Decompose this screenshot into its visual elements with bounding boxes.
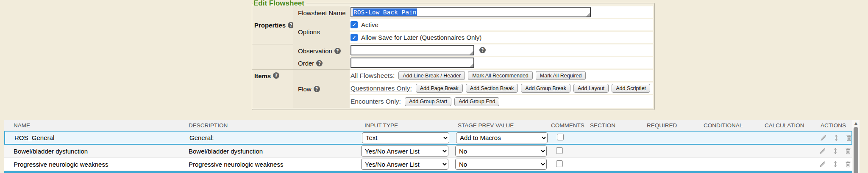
stage-prev-value-cell: Add to Macros (455, 132, 549, 143)
column-header-stage-prev-value: STAGE PREV VALUE (454, 122, 548, 129)
column-header-conditional: CONDITIONAL (701, 122, 764, 129)
column-header-section: SECTION (586, 122, 642, 129)
resize-grip-icon[interactable] (470, 51, 473, 55)
comments-checkbox[interactable] (556, 147, 563, 154)
comments-cell (549, 134, 587, 142)
flow-group-questionnaires-only: Questionnaires Only:Add Page BreakAdd Se… (350, 82, 653, 95)
flowsheet-form: Properties ? Items ? Flowsheet Name Opti… (252, 6, 653, 108)
item-description-cell: General: (189, 134, 361, 141)
active-checkbox[interactable]: ✓ (351, 21, 358, 28)
flow-group-label: Questionnaires Only: (351, 85, 412, 92)
resize-grip-icon[interactable] (470, 63, 473, 67)
item-description-cell: Bowel/bladder dysfunction (189, 148, 360, 155)
stage-prev-value-select[interactable]: Add to Macros (456, 132, 548, 143)
column-header-comments: COMMENTS (548, 122, 586, 129)
comments-cell (548, 160, 586, 168)
input-type-select[interactable]: Text (362, 132, 449, 143)
input-type-cell: Yes/No Answer List (360, 159, 454, 170)
table-row[interactable]: ROS_GeneralGeneral:TextAdd to Macros (4, 131, 852, 145)
help-icon[interactable]: ? (334, 48, 341, 54)
item-name-cell: Progressive neurologic weakness (4, 161, 189, 168)
table-row[interactable]: Bowel/bladder dysfunctionBowel/bladder d… (4, 145, 852, 158)
add-group-start-button[interactable]: Add Group Start (405, 97, 451, 106)
stage-prev-value-select[interactable]: No (455, 159, 547, 170)
stage-prev-value-cell: No (454, 159, 548, 170)
label-column-spacer (252, 44, 293, 70)
properties-section-label: Properties ? (252, 6, 293, 44)
help-icon[interactable]: ? (314, 86, 320, 92)
checkbox-label: Active (361, 21, 378, 28)
edit-pencil-icon[interactable] (819, 147, 826, 155)
order-input[interactable] (351, 58, 474, 68)
item-name-cell: Bowel/bladder dysfunction (4, 148, 189, 155)
flowsheet-name-label: Flowsheet Name (293, 6, 350, 19)
column-header-name: NAME (4, 122, 189, 129)
flow-label: Flow ? (293, 82, 350, 95)
flowsheet-items-table: NAMEDESCRIPTIONINPUT TYPESTAGE PREV VALU… (4, 120, 860, 173)
column-header-actions: ACTIONS (819, 122, 852, 129)
scrollbar-thumb[interactable] (854, 127, 858, 173)
actions-cell (819, 160, 854, 168)
add-scriptlet-button[interactable]: Add Scriptlet (612, 84, 650, 93)
actions-cell (819, 147, 854, 155)
add-layout-button[interactable]: Add Layout (573, 84, 609, 93)
resize-grip-icon[interactable] (586, 13, 590, 16)
options-label: Options (293, 19, 350, 44)
edit-pencil-icon[interactable] (820, 134, 827, 142)
order-label: Order ? (293, 57, 350, 70)
add-line-break-header-button[interactable]: Add Line Break / Header (398, 71, 465, 80)
input-type-select[interactable]: Yes/No Answer List (361, 159, 448, 170)
column-header-calculation: CALCULATION (764, 122, 819, 129)
help-icon[interactable]: ? (479, 47, 486, 53)
help-icon[interactable]: ? (273, 72, 279, 79)
table-header-row: NAMEDESCRIPTIONINPUT TYPESTAGE PREV VALU… (4, 120, 852, 131)
column-header-required: REQUIRED (642, 122, 701, 129)
actions-cell (820, 134, 855, 142)
label-column-spacer (293, 95, 350, 108)
table-body: ROS_GeneralGeneral:TextAdd to MacrosBowe… (4, 131, 852, 171)
delete-trash-icon[interactable] (844, 147, 852, 155)
mark-all-required-button[interactable]: Mark All Required (536, 71, 586, 80)
input-type-select[interactable]: Yes/No Answer List (361, 146, 448, 157)
comments-checkbox[interactable] (557, 134, 564, 140)
add-section-break-button[interactable]: Add Section Break (466, 84, 518, 93)
input-type-cell: Text (361, 132, 455, 143)
move-row-icon[interactable] (832, 160, 839, 168)
stage-prev-value-cell: No (454, 146, 548, 157)
flow-group-label: Encounters Only: (351, 98, 401, 105)
scroll-up-icon[interactable]: ▲ (852, 120, 860, 126)
next-row-highlight-edge (4, 171, 852, 173)
delete-trash-icon[interactable] (844, 160, 852, 168)
delete-trash-icon[interactable] (845, 134, 853, 142)
input-type-cell: Yes/No Answer List (360, 146, 454, 157)
item-description-cell: Progressive neurologic weakness (189, 161, 360, 168)
help-icon[interactable]: ? (316, 60, 323, 66)
allow-save-checkbox[interactable]: ✓ (351, 34, 358, 41)
stage-prev-value-select[interactable]: No (455, 146, 547, 157)
flow-group-encounters-only: Encounters Only:Add Group StartAdd Group… (350, 95, 653, 108)
edit-flowsheet-panel: Edit Flowsheet Properties ? Items ? Flow… (252, 0, 655, 110)
flowsheet-name-input[interactable]: ROS-Low Back Pain (351, 7, 591, 17)
panel-title: Edit Flowsheet (253, 0, 306, 6)
move-row-icon[interactable] (832, 147, 839, 155)
label-column-spacer (293, 70, 350, 82)
column-header-description: DESCRIPTION (189, 122, 360, 129)
item-name-cell: ROS_General (5, 134, 189, 141)
observation-input[interactable] (351, 45, 474, 55)
comments-checkbox[interactable] (556, 160, 563, 167)
observation-label: Observation ? (293, 44, 350, 57)
edit-pencil-icon[interactable] (819, 160, 826, 168)
items-section-label: Items ? (252, 70, 293, 108)
add-group-break-button[interactable]: Add Group Break (521, 84, 570, 93)
move-row-icon[interactable] (832, 134, 840, 142)
column-header-input-type: INPUT TYPE (360, 122, 454, 129)
comments-cell (548, 147, 586, 155)
vertical-scrollbar[interactable]: ▲ (852, 120, 860, 173)
add-group-end-button[interactable]: Add Group End (454, 97, 499, 106)
add-page-break-button[interactable]: Add Page Break (416, 84, 463, 93)
table-row[interactable]: Progressive neurologic weaknessProgressi… (4, 158, 852, 171)
selected-text: ROS-Low Back Pain (353, 8, 417, 16)
flow-group-label: All Flowsheets: (351, 72, 395, 80)
mark-all-recommended-button[interactable]: Mark All Recommended (468, 71, 533, 80)
checkbox-label: Allow Save for Later (Questionnaires Onl… (361, 34, 481, 41)
